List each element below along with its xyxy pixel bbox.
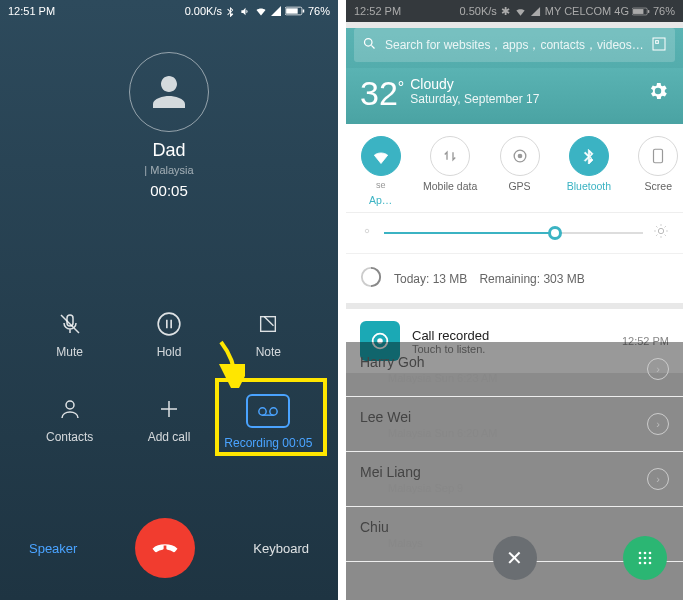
temp-value: 32 [360,74,398,112]
toggle-screen[interactable]: Scree [624,136,683,206]
bluetooth-icon: ✱ [500,5,512,17]
svg-rect-14 [656,40,659,43]
svg-rect-10 [633,9,643,14]
svg-point-18 [365,229,369,233]
svg-point-31 [649,562,652,565]
data-icon [360,266,382,291]
toggle-wifi[interactable]: se Ap… [346,136,415,206]
hold-label: Hold [157,345,182,359]
status-bar: 12:51 PM 0.00K/s 76% [0,0,338,22]
slider-track[interactable] [384,232,643,234]
contact-row[interactable]: Mei LiangMalaysia Sep 9 › [346,452,683,507]
end-call-button[interactable] [135,518,195,578]
bluetooth-icon [225,5,237,17]
contact-name: Mei Liang [360,464,463,480]
svg-rect-17 [654,149,663,163]
contact-meta: Malaysia Sun 6:23 AM [388,372,497,384]
weather-widget[interactable]: 32° Cloudy Saturday, September 17 [346,68,683,124]
svg-point-16 [518,154,521,157]
hold-button[interactable]: Hold [119,309,218,359]
contacts-button[interactable]: Contacts [20,394,119,450]
notification-shade: Search for websites，apps，contacts，videos… [346,28,683,373]
status-bar: 12:52 PM 0.50K/s ✱ MY CELCOM 4G 76% [346,0,683,22]
svg-point-25 [649,552,652,555]
status-icons: 0.00K/s 76% [185,5,330,17]
toggle-data[interactable]: Mobile data [415,136,484,206]
contact-row[interactable]: Lee WeiMalaysia Sun 6:20 AM › [346,397,683,452]
dialpad-icon [635,548,655,568]
data-today: Today: 13 MB [394,272,467,286]
toggle-label: Ap… [369,194,392,206]
battery-icon [632,5,650,17]
contact-meta: Malays [388,537,423,549]
brightness-high-icon [653,223,669,243]
svg-rect-11 [648,10,649,13]
wifi-icon [515,5,527,17]
temp-unit: ° [398,79,404,96]
mute-button[interactable]: Mute [20,309,119,359]
note-label: Note [256,345,281,359]
chevron-right-icon[interactable]: › [647,468,669,490]
carrier: MY CELCOM 4G [545,5,629,17]
phone-left: 12:51 PM 0.00K/s 76% Dad Malaysia [0,0,338,600]
recording-icon [246,394,290,428]
phone-hangup-icon [150,533,180,563]
close-icon: ✕ [506,546,523,570]
svg-point-29 [639,562,642,565]
toggle-label: Mobile data [423,180,477,192]
recording-button[interactable]: Recording 00:05 [219,394,318,450]
note-button[interactable]: Note [219,309,318,359]
scan-icon[interactable] [651,36,667,55]
contact-row[interactable]: Harry GohMalaysia Sun 6:23 AM › [346,342,683,397]
keyboard-button[interactable]: Keyboard [253,541,309,556]
bottom-bar: Speaker Keyboard [0,518,338,578]
caller-name: Dad [0,140,338,161]
add-call-button[interactable]: Add call [119,394,218,450]
svg-point-8 [270,407,277,414]
svg-point-27 [644,557,647,560]
toggle-label: GPS [508,180,530,192]
signal-icon [530,5,542,17]
svg-point-30 [644,562,647,565]
weather-cond: Cloudy [410,76,539,92]
contact-meta: Malaysia Sun 6:20 AM [388,427,497,439]
status-time: 12:52 PM [354,5,401,17]
chevron-right-icon[interactable]: › [647,413,669,435]
net-speed: 0.00K/s [185,5,222,17]
battery-pct: 76% [653,5,675,17]
toggle-gps[interactable]: GPS [485,136,554,206]
avatar [129,52,209,132]
data-usage[interactable]: Today: 13 MB Remaining: 303 MB [346,253,683,303]
contact-name: Harry Goh [360,354,497,370]
status-icons: 0.50K/s ✱ MY CELCOM 4G 76% [460,5,676,17]
toggle-bluetooth[interactable]: Bluetooth [554,136,623,206]
svg-point-6 [66,401,74,409]
quick-toggles: se Ap… Mobile data GPS Bluetooth Scree [346,124,683,213]
contact-list: Harry GohMalaysia Sun 6:23 AM › Lee WeiM… [346,342,683,562]
addcall-label: Add call [148,430,191,444]
hold-icon [154,309,184,339]
brightness-slider[interactable] [346,213,683,253]
svg-point-19 [658,228,663,233]
net-speed: 0.50K/s [460,5,497,17]
settings-icon[interactable] [647,80,669,106]
svg-point-26 [639,557,642,560]
svg-point-12 [365,39,373,47]
svg-rect-1 [286,8,298,13]
plus-icon [154,394,184,424]
svg-point-4 [158,313,180,335]
chevron-right-icon[interactable]: › [647,358,669,380]
contact-name: Chiu [360,519,423,535]
dialpad-fab[interactable] [623,536,667,580]
notification-title: Call recorded [412,328,610,343]
note-icon [253,309,283,339]
wifi-icon [255,5,267,17]
call-controls: Mute Hold Note Contacts Add call [0,309,338,450]
svg-rect-2 [303,9,305,12]
search-placeholder: Search for websites，apps，contacts，videos… [385,37,643,54]
slider-thumb[interactable] [548,226,562,240]
search-bar[interactable]: Search for websites，apps，contacts，videos… [354,28,675,62]
close-button[interactable]: ✕ [493,536,537,580]
speaker-button[interactable]: Speaker [29,541,77,556]
battery-pct: 76% [308,5,330,17]
